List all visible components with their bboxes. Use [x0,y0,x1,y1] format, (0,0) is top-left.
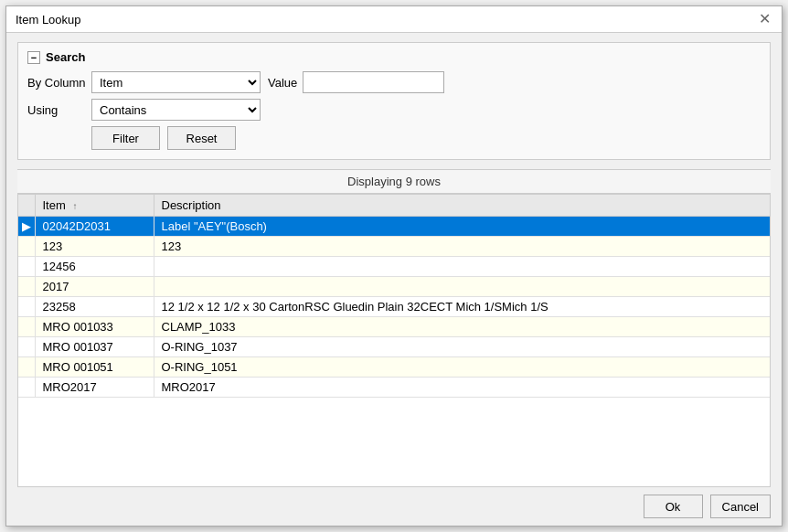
cell-item: MRO 001051 [35,357,154,378]
value-label: Value [268,76,297,90]
table-row[interactable]: MRO 001037O-RING_1037 [18,337,770,357]
table-row[interactable]: 2017 [18,277,770,297]
search-section: − Search By Column Item Description Valu… [17,42,771,160]
cell-description: O-RING_1051 [154,357,770,378]
table-row[interactable]: MRO2017MRO2017 [18,378,770,398]
row-indicator [18,317,35,337]
using-label: Using [27,103,91,117]
cell-item: 123 [35,237,154,257]
table-row[interactable]: 12456 [18,257,770,277]
cell-description: 12 1/2 x 12 1/2 x 30 CartonRSC Gluedin P… [154,297,770,317]
row-indicator [18,378,35,398]
sort-icon: ↑ [72,201,77,211]
item-lookup-dialog: Item Lookup ✕ − Search By Column Item De… [5,5,783,527]
table-row[interactable]: 123123 [18,237,770,257]
row-indicator: ▶ [18,217,35,237]
reset-button[interactable]: Reset [167,126,236,150]
by-column-row: By Column Item Description Value [27,71,761,93]
data-table-container[interactable]: Item ↑ Description ▶02042D2031Label "AEY… [17,194,771,487]
table-row[interactable]: MRO 001033CLAMP_1033 [18,317,770,337]
cell-item: 23258 [35,297,154,317]
col-header-item[interactable]: Item ↑ [35,195,154,217]
cell-description: 123 [154,237,770,257]
cell-description: O-RING_1037 [154,337,770,357]
cell-description [154,257,770,277]
row-indicator [18,337,35,357]
cell-item: MRO2017 [35,378,154,398]
row-indicator-header [18,195,35,217]
cancel-button[interactable]: Cancel [710,495,771,518]
by-column-select[interactable]: Item Description [91,71,261,93]
using-row: Using Contains Starts With Equals [27,99,761,121]
data-table: Item ↑ Description ▶02042D2031Label "AEY… [18,195,770,398]
cell-item: 02042D2031 [35,217,154,237]
close-button[interactable]: ✕ [757,12,772,27]
cell-description: CLAMP_1033 [154,317,770,337]
row-indicator [18,237,35,257]
cell-item: MRO 001033 [35,317,154,337]
table-row[interactable]: MRO 001051O-RING_1051 [18,357,770,378]
search-header: − Search [27,50,761,64]
displaying-count: Displaying 9 rows [17,169,771,194]
cell-item: MRO 001037 [35,337,154,357]
cell-description: Label "AEY"(Bosch) [154,217,770,237]
using-select[interactable]: Contains Starts With Equals [91,99,261,121]
value-input[interactable] [303,71,444,93]
filter-button[interactable]: Filter [91,126,160,150]
row-indicator [18,297,35,317]
cell-item: 12456 [35,257,154,277]
title-bar: Item Lookup ✕ [6,6,782,33]
cell-description [154,277,770,297]
search-toggle-button[interactable]: − [27,51,40,64]
by-column-label: By Column [27,76,91,90]
col-header-description[interactable]: Description [154,195,770,217]
row-indicator [18,357,35,378]
cell-description: MRO2017 [154,378,770,398]
row-indicator [18,277,35,297]
table-row[interactable]: ▶02042D2031Label "AEY"(Bosch) [18,217,770,237]
ok-button[interactable]: Ok [644,495,703,518]
table-body: ▶02042D2031Label "AEY"(Bosch)12312312456… [18,217,770,398]
cell-item: 2017 [35,277,154,297]
search-buttons: Filter Reset [91,126,761,150]
table-header-row: Item ↑ Description [18,195,770,217]
search-label: Search [46,50,85,64]
dialog-title: Item Lookup [16,13,81,27]
dialog-footer: Ok Cancel [6,487,782,526]
table-row[interactable]: 2325812 1/2 x 12 1/2 x 30 CartonRSC Glue… [18,297,770,317]
row-indicator [18,257,35,277]
